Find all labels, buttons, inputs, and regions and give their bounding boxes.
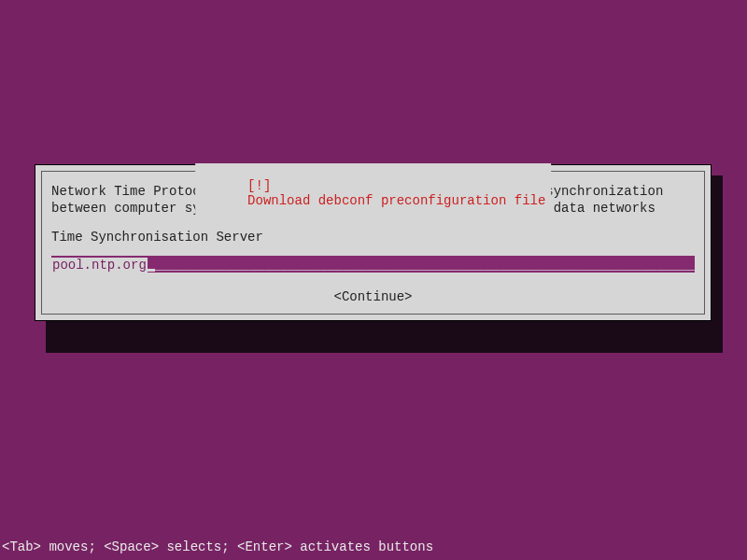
debconf-dialog: [!] Download debconf preconfiguration fi…	[35, 164, 712, 321]
footer-hint: <Tab> moves; <Space> selects; <Enter> ac…	[0, 539, 433, 554]
input-fill: ________________________________________…	[155, 258, 695, 273]
text-cursor	[148, 269, 155, 272]
input-value: pool.ntp.org	[51, 258, 148, 273]
field-label: Time Synchronisation Server	[51, 230, 695, 245]
dialog-inner: [!] Download debconf preconfiguration fi…	[41, 171, 705, 315]
title-prefix: [!]	[247, 178, 271, 193]
title-text: Download debconf preconfiguration file	[247, 193, 545, 208]
ntp-server-input[interactable]: pool.ntp.org ___________________________…	[51, 256, 695, 273]
continue-button[interactable]: <Continue>	[51, 289, 695, 304]
dialog-title: [!] Download debconf preconfiguration fi…	[195, 163, 552, 223]
